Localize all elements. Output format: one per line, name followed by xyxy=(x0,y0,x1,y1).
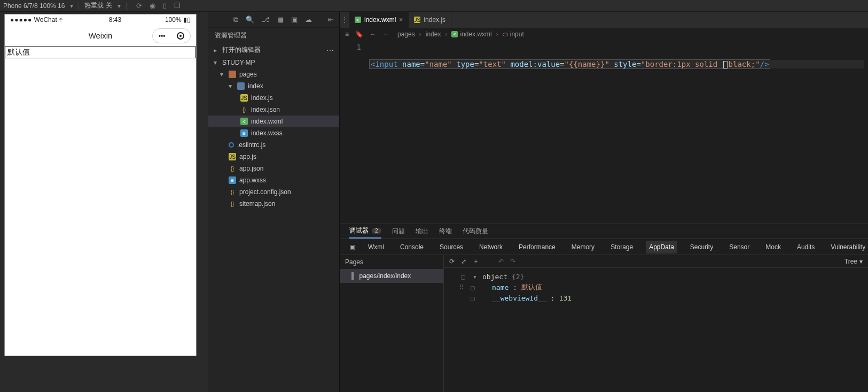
page-item[interactable]: ▌pages/index/index xyxy=(340,269,443,283)
file-index-json[interactable]: {}index.json xyxy=(208,104,339,116)
chevron-down-icon[interactable]: ▾ xyxy=(214,59,219,66)
row-menu-icon[interactable]: ▢ xyxy=(471,283,478,291)
folder-index[interactable]: ▾index xyxy=(208,80,339,92)
panel-tab-output[interactable]: 输出 xyxy=(416,225,428,238)
file-app-js[interactable]: JSapp.js xyxy=(208,151,339,163)
row-menu-icon[interactable]: ▢ xyxy=(461,273,468,281)
file-index-wxml[interactable]: <index.wxml xyxy=(208,116,339,127)
capsule-close-icon[interactable] xyxy=(177,32,184,40)
crumb-pages[interactable]: pages xyxy=(397,30,415,38)
battery-icon: ▮▯ xyxy=(183,16,191,24)
refresh-icon[interactable]: ⟳ xyxy=(136,2,142,10)
signal-dots-icon: ●●●●● xyxy=(10,16,32,24)
color-swatch-icon xyxy=(723,61,728,68)
hot-reload-toggle[interactable]: 热重载 关 xyxy=(84,1,112,10)
devtool-tab-console[interactable]: Console xyxy=(397,241,427,253)
open-editors-header[interactable]: 打开的编辑器 xyxy=(222,45,261,55)
crumb-index[interactable]: index xyxy=(426,30,441,38)
devtool-tab-wxml[interactable]: Wxml xyxy=(365,241,387,253)
close-tab-icon[interactable]: × xyxy=(399,16,403,24)
file-eslintrc[interactable]: .eslintrc.js xyxy=(208,139,339,151)
wxml-file-icon: < xyxy=(451,31,458,37)
chevron-down-icon[interactable]: ▾ xyxy=(473,273,478,281)
file-sitemap[interactable]: {}sitemap.json xyxy=(208,198,339,210)
file-project-config[interactable]: {}project.config.json xyxy=(208,186,339,198)
branch-icon[interactable]: ⎇ xyxy=(262,16,270,24)
more-icon[interactable]: ⋯ xyxy=(326,46,334,55)
devtool-tab-sensor[interactable]: Sensor xyxy=(726,241,753,253)
device-icon[interactable]: ▯ xyxy=(163,2,167,10)
sim-input-field[interactable] xyxy=(5,47,196,58)
panel-tab-problems[interactable]: 问题 xyxy=(392,225,405,238)
sim-page-title: Weixin xyxy=(89,31,113,40)
json-file-icon: {} xyxy=(229,200,236,207)
js-file-icon: JS xyxy=(414,17,420,23)
tab-menu-icon[interactable]: ⋮ xyxy=(340,12,349,28)
drag-handle-icon[interactable]: ⠿ xyxy=(459,283,466,291)
view-mode-selector[interactable]: Tree ▾ xyxy=(844,258,863,265)
project-header[interactable]: STUDY-MP xyxy=(222,59,255,66)
tab-index-wxml[interactable]: < index.wxml × xyxy=(349,12,409,28)
pages-header: Pages xyxy=(340,255,443,269)
panel-tab-quality[interactable]: 代码质量 xyxy=(463,225,488,238)
redo-icon[interactable]: ↷ xyxy=(510,258,515,265)
file-explorer: ⧉ 🔍 ⎇ ▦ ▣ ☁ ⇤ 资源管理器 ▸ 打开的编辑器 ⋯ ▾ STUDY-M… xyxy=(208,12,340,392)
search-icon[interactable]: 🔍 xyxy=(246,16,254,24)
bookmark-icon[interactable]: 🔖 xyxy=(355,30,363,38)
row-menu-icon[interactable]: ▢ xyxy=(471,294,478,302)
file-index-js[interactable]: JSindex.js xyxy=(208,92,339,104)
devtool-tab-mock[interactable]: Mock xyxy=(762,241,784,253)
devtool-tab-audits[interactable]: Audits xyxy=(794,241,818,253)
folder-pages[interactable]: ▾pages xyxy=(208,68,339,80)
undo-icon[interactable]: ↶ xyxy=(498,258,504,265)
devtool-tab-network[interactable]: Network xyxy=(476,241,506,253)
line-number: 1 xyxy=(340,43,361,51)
devtool-tab-appdata[interactable]: AppData xyxy=(646,241,677,253)
file-app-json[interactable]: {}app.json xyxy=(208,163,339,174)
json-file-icon: {} xyxy=(229,188,236,196)
panel-tab-debugger[interactable]: 调试器2 xyxy=(349,224,381,239)
wxml-file-icon: < xyxy=(355,17,361,23)
file-index-wxss[interactable]: ≡index.wxss xyxy=(208,127,339,139)
js-file-icon: JS xyxy=(229,153,236,160)
devtool-tab-security[interactable]: Security xyxy=(687,241,716,253)
add-icon[interactable]: ＋ xyxy=(473,257,479,266)
panel-tab-terminal[interactable]: 终端 xyxy=(439,225,452,238)
eslint-file-icon xyxy=(229,142,234,148)
devtool-tab-performance[interactable]: Performance xyxy=(515,241,559,253)
cube-icon[interactable]: ▣ xyxy=(291,16,298,24)
wxss-file-icon: ≡ xyxy=(240,129,248,137)
devtool-tab-memory[interactable]: Memory xyxy=(568,241,598,253)
nav-back-icon[interactable]: ← xyxy=(370,30,376,38)
device-selector[interactable]: Phone 6/7/8 100% 16 xyxy=(3,2,65,10)
collapse-icon[interactable]: ⇤ xyxy=(328,16,334,24)
code-editor[interactable]: 1 <input name="name" type="text" model:v… xyxy=(340,41,868,224)
capsule-button[interactable]: ••• xyxy=(152,28,191,43)
tab-index-js[interactable]: JS index.js xyxy=(409,12,451,28)
nav-forward-icon[interactable]: → xyxy=(382,30,389,38)
chevron-down-icon: ▾ xyxy=(859,258,863,265)
extensions-icon[interactable]: ▦ xyxy=(277,16,284,24)
crumb-symbol[interactable]: ⬭ input xyxy=(503,30,524,38)
breadcrumb: ≡ 🔖 ← → pages› index› <index.wxml› ⬭ inp… xyxy=(340,28,868,41)
appdata-tree[interactable]: ▢ ▾ object {2} ⠿▢ name:默认值 ▢ __web xyxy=(444,268,868,392)
list-icon[interactable]: ≡ xyxy=(345,30,349,38)
crumb-file[interactable]: <index.wxml xyxy=(451,30,491,38)
devtool-tab-storage[interactable]: Storage xyxy=(607,241,636,253)
windows-icon[interactable]: ❐ xyxy=(174,2,181,10)
devtool-tab-sources[interactable]: Sources xyxy=(436,241,466,253)
inspect-icon[interactable]: ▣ xyxy=(349,243,355,251)
expand-icon[interactable]: ⤢ xyxy=(461,258,466,265)
chevron-right-icon[interactable]: ▸ xyxy=(214,47,219,54)
folder-icon xyxy=(237,82,245,90)
json-file-icon: {} xyxy=(229,165,236,172)
devtool-tab-vulnerability[interactable]: Vulnerability xyxy=(827,241,868,253)
file-app-wxss[interactable]: ≡app.wxss xyxy=(208,174,339,186)
capsule-menu-icon[interactable]: ••• xyxy=(159,32,166,40)
record-icon[interactable]: ◉ xyxy=(150,2,155,10)
js-file-icon: JS xyxy=(240,94,248,102)
wxss-file-icon: ≡ xyxy=(229,176,236,184)
cloud-icon[interactable]: ☁ xyxy=(305,16,312,24)
copy-icon[interactable]: ⧉ xyxy=(233,16,238,24)
refresh-icon[interactable]: ⟳ xyxy=(449,258,455,265)
